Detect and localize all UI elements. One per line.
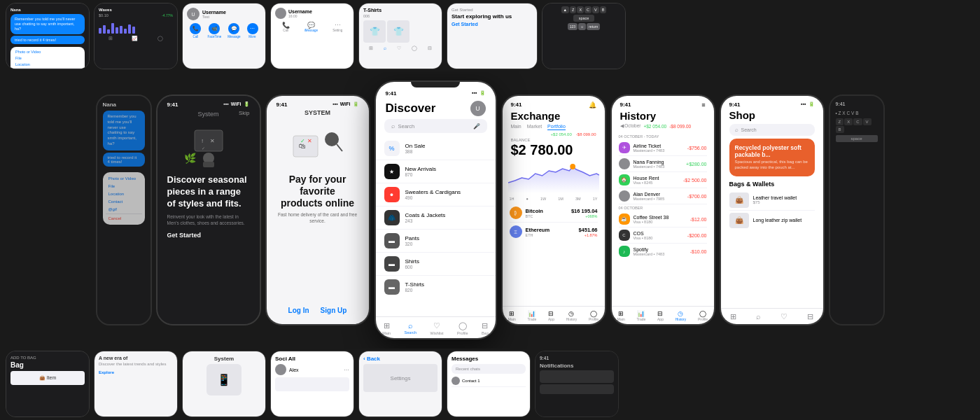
action-contact[interactable]: Contact [106,198,142,205]
menu-photo[interactable]: Photo or Video [13,49,83,55]
key-space[interactable]: space [573,15,595,22]
hist-house[interactable]: 🏠 House Rent Visa • 8245 -$2 500.00 [619,172,707,188]
cat-new-arrivals[interactable]: ★ New Arrivals870 [376,160,496,183]
action-location[interactable]: Location [106,190,142,197]
shop-nav-grid-icon[interactable]: ⊞ [730,312,736,321]
hist-nav-profile[interactable]: ◯Profile [698,310,708,321]
login-btn[interactable]: Log In [288,307,309,314]
dark-onboarding-phone: 9:41 ▪▪▪WiFi🔋 System Skip ! ✕ ✓ [156,94,261,326]
contact-facetime-btn[interactable]: 📹 [209,23,220,34]
action-photo[interactable]: Photo or Video [106,175,142,182]
ex-nav-app[interactable]: ⊟App [548,310,554,321]
discover-search[interactable]: ⌕ Search 🎤 [384,119,487,133]
action-gif[interactable]: @gif [106,206,142,213]
shop-search-icon: ⌕ [735,127,738,133]
bottom-era-cta[interactable]: Explore [99,370,173,374]
dark-hero-sub: Reinvent your look with the latest in Me… [167,214,250,226]
cat-tshirts[interactable]: ▬ T-Shirts820 [376,276,496,298]
key-x[interactable]: X [577,6,584,13]
discover-bottom-nav: ⊞ Main ⌕ Search ♡ Wishlist ◯ Profile [376,316,496,338]
key-arrow[interactable]: ▲ [561,6,569,13]
dark-cta-btn[interactable]: Get Started [167,232,250,239]
top-getstarted-cta[interactable]: Get Started [451,22,533,27]
action-file[interactable]: File [106,183,142,190]
key-z[interactable]: Z [570,6,576,13]
hist-nav-trade[interactable]: 📊Trade [636,310,645,321]
key-c2[interactable]: C [853,118,862,125]
hist-cos[interactable]: C COS Visa • 8180 -$200.00 [619,227,707,244]
discover-avatar[interactable]: U [470,101,486,116]
top-phone-getstarted: Get Started Start exploring with us Get … [447,3,538,69]
key-b[interactable]: B [600,6,607,13]
dark-skip-btn[interactable]: Skip [239,110,250,116]
tab-portfolio[interactable]: Portfolio [547,124,566,130]
key-z2[interactable]: Z [836,118,844,125]
hist-house-icon: 🏠 [619,174,630,186]
shop-item-wallet[interactable]: 👜 Leather travel wallet $75 [729,190,815,211]
shop-nav-search-icon[interactable]: ⌕ [756,312,761,321]
cat-sweaters[interactable]: ● Sweaters & Cardigans490 [376,183,496,206]
key-x2[interactable]: X [844,118,853,125]
shop-promo-card[interactable]: Recycled polyester soft packable b... Sp… [729,139,815,176]
cat-coats[interactable]: 🧥 Coats & Jackets243 [376,206,496,230]
top-phone-contact: U Username Test 📞 Call 📹 FaceTime [182,3,266,69]
signup-btn[interactable]: Sign Up [321,307,347,314]
contact-call-btn[interactable]: 📞 [190,23,201,34]
shop-nav-bag-icon[interactable]: ⊟ [807,312,813,321]
hist-coffee[interactable]: ☕ Coffee Street 38 Visa • 8180 -$12.00 [619,211,707,227]
top-bubble-2: tried to record it 4 times! [10,36,85,44]
ethereum-item[interactable]: Ξ Ethereum ETH $451.66 +1.87% [510,223,598,241]
svg-text:11:4: 11:4 [564,162,571,165]
ex-nav-main[interactable]: ⊞Main [508,310,516,321]
shop-phone: 9:41 ▪▪▪🔋 Shop ⌕ Search Recycled polyest… [720,94,825,326]
hist-cos-icon: C [619,230,630,241]
nav-search[interactable]: ⌕ Search [405,321,416,335]
ex-nav-trade[interactable]: 📊Trade [527,310,536,321]
shop-search-bar[interactable]: ⌕ Search [729,124,815,136]
hist-nav-app[interactable]: ⊟App [657,310,664,321]
menu-cancel[interactable]: Cancel [13,68,83,69]
top-tshirts-title: T-Shirts [363,8,438,13]
tab-main[interactable]: Main [511,124,522,130]
hist-airline[interactable]: ✈ Airline Ticket Mastercard • 7483 -$756… [619,140,707,156]
key-v2[interactable]: V [863,118,872,125]
shop-nav-heart-icon[interactable]: ♡ [780,312,788,321]
nav-bag[interactable]: ⊟ Bag [482,321,489,335]
contact-msg-btn[interactable]: 💬 [228,23,239,34]
nav-main[interactable]: ⊞ Main [382,321,391,335]
key-return[interactable]: return [587,23,600,30]
bottom-back-btn[interactable]: ‹ Back [363,356,438,362]
key-c[interactable]: C [584,6,592,13]
menu-location[interactable]: Location [13,62,83,67]
nav-wishlist[interactable]: ♡ Wishlist [430,321,443,335]
contact-more-btn[interactable]: ⋯ [247,23,258,34]
hist-nav-history[interactable]: ◷History [676,310,687,321]
svg-text:✕: ✕ [210,138,215,144]
key-emoji[interactable]: ☺ [578,23,586,30]
wallet-img: 👜 [729,192,749,208]
hist-nav-main[interactable]: ⊞Main [617,310,625,321]
hist-alan[interactable]: Alan Denver Mastercard • 7985 -$700.00 [619,188,707,204]
hist-spotify[interactable]: ♪ Spotify Mastercard • 7483 -$10.00 [619,244,707,259]
shop-item-zip-wallet[interactable]: 👜 Long leather zip wallet [729,211,815,230]
key-b2[interactable]: B [836,126,844,133]
cat-pants[interactable]: ▬ Pants320 [376,230,496,253]
nav-profile[interactable]: ◯ Profile [457,321,468,335]
tab-market[interactable]: Market [527,124,542,130]
cat-icon-coats: 🧥 [384,210,400,225]
cat-on-sale[interactable]: % On Sale388 [376,137,496,160]
key-space2[interactable]: space [836,135,878,142]
bottom-social-title: Soci All [275,356,349,362]
key-v[interactable]: V [592,6,599,13]
key-123[interactable]: 123 [568,23,578,30]
bitcoin-item[interactable]: ₿ Bitcoin BTC $16 195.04 +068% [510,204,598,223]
action-cancel[interactable]: Cancel [106,215,142,222]
hist-nana[interactable]: Nana Fanning Mastercard • 7483 +$280.00 [619,156,707,172]
bottom-phone-new-era: A new era of Discover the latest trends … [94,351,178,417]
bitcoin-icon: ₿ [510,206,522,219]
menu-file[interactable]: File [13,55,83,61]
exchange-neg-change: -$8 099.00 [576,132,596,136]
ex-nav-history[interactable]: ◷History [566,310,578,321]
ex-nav-profile[interactable]: ◯Profile [589,310,598,321]
cat-shirts[interactable]: ▬ Shirts600 [376,253,496,276]
